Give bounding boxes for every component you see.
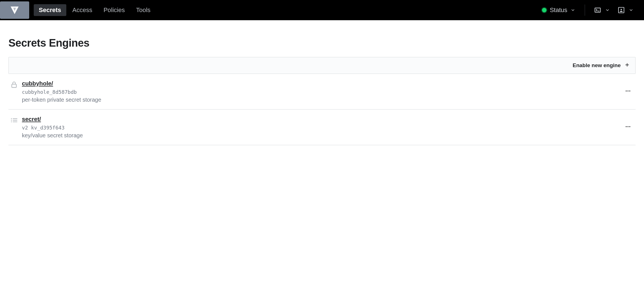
svg-point-2 [15,8,16,9]
engine-accessor: cubbyhole_8d587bdb [22,89,634,95]
chevron-down-icon [629,8,633,12]
status-indicator-icon [542,8,547,12]
svg-point-18 [11,121,12,122]
plus-icon [625,62,630,69]
engine-description: per-token private secret storage [22,97,634,103]
page-title: Secrets Engines [8,37,636,49]
more-horizontal-icon [625,88,631,94]
row-actions-button[interactable] [623,86,633,97]
vault-logo-icon [10,5,19,15]
user-dropdown[interactable] [614,6,637,14]
enable-new-engine-button[interactable]: Enable new engine [573,62,630,69]
status-dropdown[interactable]: Status [538,6,580,14]
svg-point-19 [626,126,627,127]
svg-point-5 [14,10,15,11]
console-dropdown[interactable] [590,6,614,14]
svg-point-8 [621,9,622,10]
more-horizontal-icon [625,124,631,130]
engine-name-link[interactable]: cubbyhole/ [22,80,53,86]
top-navbar: Secrets Access Policies Tools Status [0,0,644,20]
chevron-down-icon [605,8,610,12]
svg-rect-9 [12,84,16,88]
terminal-icon [594,6,601,14]
list-item: cubbyhole/ cubbyhole_8d587bdb per-token … [8,74,636,110]
svg-point-21 [629,126,631,127]
nav-item-access[interactable]: Access [67,4,97,16]
svg-point-3 [14,9,15,10]
engine-description: key/value secret storage [22,132,634,139]
svg-point-0 [13,8,14,9]
user-icon [618,6,625,14]
status-label: Status [550,6,567,14]
nav-items: Secrets Access Policies Tools [34,4,156,16]
row-actions-button[interactable] [623,121,633,133]
lock-icon [10,81,18,88]
svg-point-4 [15,9,15,10]
nav-item-tools[interactable]: Tools [131,4,155,16]
enable-new-engine-label: Enable new engine [573,62,621,69]
nav-item-secrets[interactable]: Secrets [34,4,66,16]
engine-name-link[interactable]: secret/ [22,116,41,122]
chevron-down-icon [571,8,575,12]
svg-point-11 [627,90,629,92]
engine-accessor: v2 kv_d395f643 [22,125,634,131]
list-icon [10,116,18,124]
svg-point-17 [11,120,12,120]
svg-rect-6 [595,8,600,12]
list-item: secret/ v2 kv_d395f643 key/value secret … [8,110,636,145]
vault-logo[interactable] [0,1,29,19]
svg-point-20 [627,126,629,127]
svg-point-16 [11,118,12,119]
main-content: Secrets Engines Enable new engine cubbyh… [0,20,644,145]
svg-point-1 [14,8,15,9]
svg-point-12 [629,90,631,92]
nav-item-policies[interactable]: Policies [98,4,130,16]
nav-separator [585,4,585,16]
svg-point-10 [626,90,627,92]
toolbar: Enable new engine [8,57,636,74]
secrets-engine-list: cubbyhole/ cubbyhole_8d587bdb per-token … [8,74,636,145]
